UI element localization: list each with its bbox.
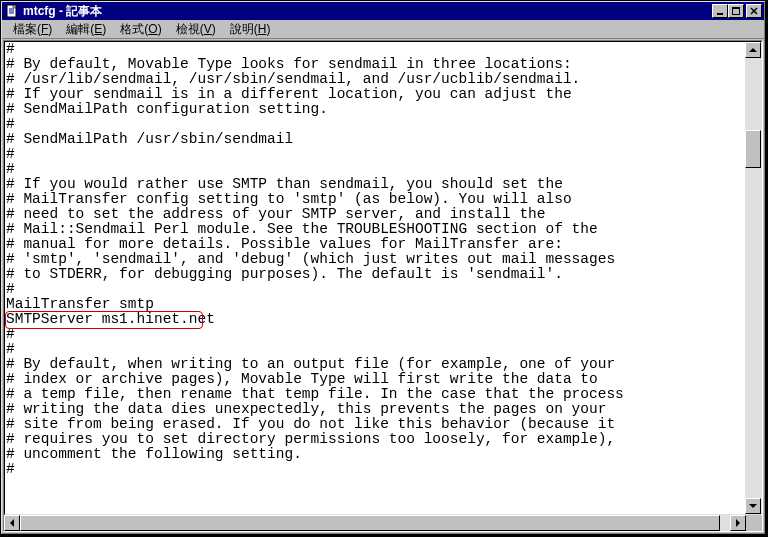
svg-rect-4 (717, 13, 723, 15)
scroll-left-button[interactable] (4, 515, 20, 531)
minimize-button[interactable] (712, 4, 728, 18)
resize-grip[interactable] (746, 515, 762, 531)
notepad-icon (4, 3, 20, 19)
vscroll-track[interactable] (745, 58, 761, 498)
vertical-scrollbar[interactable] (745, 42, 761, 514)
arrow-up-icon (749, 48, 757, 52)
menubar: 檔案(F) 編輯(E) 格式(O) 檢視(V) 說明(H) (2, 20, 764, 39)
menu-file[interactable]: 檔案(F) (6, 20, 59, 39)
menu-view[interactable]: 檢視(V) (169, 20, 223, 39)
menu-edit[interactable]: 編輯(E) (59, 20, 113, 39)
scroll-down-button[interactable] (745, 498, 761, 514)
svg-rect-6 (732, 7, 740, 9)
window-inner: mtcfg - 記事本 檔案(F) 編輯(E) 格式(O) 檢視(V) 說明(H… (1, 1, 765, 534)
scroll-up-button[interactable] (745, 42, 761, 58)
maximize-button[interactable] (728, 4, 744, 18)
text-content[interactable]: # # By default, Movable Type looks for s… (5, 42, 745, 477)
scroll-right-button[interactable] (730, 515, 746, 531)
hscroll-track[interactable] (20, 515, 730, 531)
menu-help[interactable]: 說明(H) (223, 20, 278, 39)
text-area[interactable]: # # By default, Movable Type looks for s… (5, 42, 745, 514)
arrow-down-icon (749, 504, 757, 508)
menu-format[interactable]: 格式(O) (113, 20, 168, 39)
titlebar: mtcfg - 記事本 (2, 2, 764, 20)
vscroll-thumb[interactable] (745, 130, 761, 168)
arrow-left-icon (10, 519, 14, 527)
client-area: # # By default, Movable Type looks for s… (3, 40, 763, 532)
arrow-right-icon (736, 519, 740, 527)
window-controls (712, 4, 762, 18)
hscroll-thumb[interactable] (20, 515, 720, 531)
horizontal-scrollbar[interactable] (4, 515, 746, 531)
close-button[interactable] (746, 4, 762, 18)
window-title: mtcfg - 記事本 (23, 3, 712, 20)
app-window: mtcfg - 記事本 檔案(F) 編輯(E) 格式(O) 檢視(V) 說明(H… (0, 0, 766, 535)
